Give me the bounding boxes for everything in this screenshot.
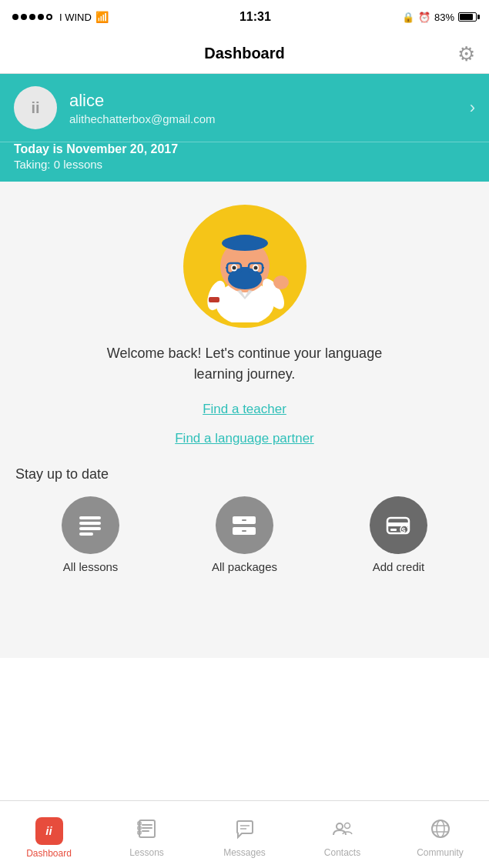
nav-messages[interactable]: Messages xyxy=(196,812,293,858)
svg-rect-22 xyxy=(79,522,101,525)
svg-rect-20 xyxy=(209,297,219,302)
today-date: Today is November 20, 2017 xyxy=(14,142,475,156)
svg-point-19 xyxy=(273,275,289,289)
nav-contacts[interactable]: Contacts xyxy=(293,812,391,858)
credit-svg: $ xyxy=(383,510,414,541)
status-bar: I WIND 📶 11:31 🔒 ⏰ 83% xyxy=(0,0,489,34)
find-partner-link[interactable]: Find a language partner xyxy=(175,431,314,446)
all-lessons-icon xyxy=(62,496,119,554)
add-credit-label: Add credit xyxy=(373,560,425,573)
today-section: Today is November 20, 2017 Taking: 0 les… xyxy=(0,142,489,182)
status-left: I WIND 📶 xyxy=(12,11,109,23)
mascot-illustration xyxy=(195,211,295,322)
mascot-container xyxy=(183,205,306,328)
dashboard-icon: ii xyxy=(35,817,63,845)
svg-point-15 xyxy=(253,265,257,269)
all-packages-item[interactable]: All packages xyxy=(212,496,277,573)
svg-point-6 xyxy=(233,235,257,242)
svg-rect-27 xyxy=(242,519,246,521)
page-title: Dashboard xyxy=(204,45,284,62)
svg-text:$: $ xyxy=(402,526,406,534)
add-credit-item[interactable]: $ Add credit xyxy=(370,496,427,573)
signal-dots xyxy=(12,14,52,20)
nav-dashboard[interactable]: ii Dashboard xyxy=(0,811,98,859)
nav-lessons-label: Lessons xyxy=(129,847,164,858)
svg-rect-28 xyxy=(242,530,246,532)
svg-rect-24 xyxy=(79,532,93,536)
nav-lessons[interactable]: Lessons xyxy=(98,812,196,858)
stay-title: Stay up to date xyxy=(15,466,474,482)
all-lessons-item[interactable]: All lessons xyxy=(62,496,119,573)
svg-point-45 xyxy=(432,820,449,837)
carrier-label: I WIND xyxy=(59,12,92,23)
find-teacher-link[interactable]: Find a teacher xyxy=(203,402,286,417)
svg-point-14 xyxy=(232,265,236,269)
status-time: 11:31 xyxy=(239,10,271,24)
app-header: Dashboard ⚙ xyxy=(0,34,489,74)
stay-icons-row: All lessons All packages xyxy=(15,496,474,573)
mascot-circle xyxy=(183,205,306,328)
all-lessons-label: All lessons xyxy=(63,560,119,573)
welcome-text: Welcome back! Let's continue your langua… xyxy=(91,343,399,385)
bottom-nav: ii Dashboard Lessons Mess xyxy=(0,800,489,868)
status-right: 🔒 ⏰ 83% xyxy=(402,12,477,23)
svg-rect-21 xyxy=(79,516,101,519)
stay-section: Stay up to date All lessons xyxy=(15,466,474,573)
nav-dashboard-label: Dashboard xyxy=(26,848,72,859)
lessons-icon xyxy=(136,818,158,844)
svg-rect-37 xyxy=(142,830,149,832)
nav-contacts-label: Contacts xyxy=(324,847,360,858)
dot-2 xyxy=(21,14,27,20)
battery-fill xyxy=(460,14,473,20)
dot-4 xyxy=(38,14,44,20)
community-icon xyxy=(430,818,451,844)
user-name: alice xyxy=(69,91,475,111)
svg-rect-36 xyxy=(142,827,152,829)
messages-icon xyxy=(234,818,256,844)
wifi-icon: 📶 xyxy=(95,11,109,23)
packages-svg xyxy=(229,510,260,541)
main-content: Welcome back! Let's continue your langua… xyxy=(0,182,489,658)
all-packages-label: All packages xyxy=(212,560,277,573)
settings-icon[interactable]: ⚙ xyxy=(457,42,475,65)
dot-3 xyxy=(29,14,35,20)
svg-point-46 xyxy=(437,820,444,837)
add-credit-icon: $ xyxy=(370,496,427,554)
svg-point-44 xyxy=(344,823,350,828)
all-packages-icon xyxy=(216,496,273,554)
contacts-icon xyxy=(332,818,353,844)
svg-rect-31 xyxy=(390,529,397,531)
lessons-svg xyxy=(75,510,106,541)
dot-1 xyxy=(12,14,18,20)
user-info: alice alithechatterbox@gmail.com xyxy=(69,91,475,125)
lock-icon: 🔒 xyxy=(402,12,414,23)
nav-messages-label: Messages xyxy=(223,847,266,858)
svg-rect-23 xyxy=(79,527,101,530)
main-inner: Welcome back! Let's continue your langua… xyxy=(0,182,489,589)
nav-community[interactable]: Community xyxy=(391,812,489,858)
svg-rect-35 xyxy=(142,824,152,826)
dashboard-ii: ii xyxy=(45,824,52,837)
taking-lessons: Taking: 0 lessons xyxy=(14,158,475,171)
chevron-right-icon[interactable]: › xyxy=(470,98,475,118)
user-banner[interactable]: ii alice alithechatterbox@gmail.com › xyxy=(0,74,489,142)
battery-percent: 83% xyxy=(434,12,454,23)
dot-5 xyxy=(46,14,52,20)
user-email: alithechatterbox@gmail.com xyxy=(69,112,475,125)
avatar-initials: ii xyxy=(31,99,39,117)
alarm-icon: ⏰ xyxy=(418,12,430,23)
battery-icon xyxy=(458,12,477,22)
nav-community-label: Community xyxy=(417,847,464,858)
avatar: ii xyxy=(14,86,57,129)
svg-point-43 xyxy=(337,823,343,830)
